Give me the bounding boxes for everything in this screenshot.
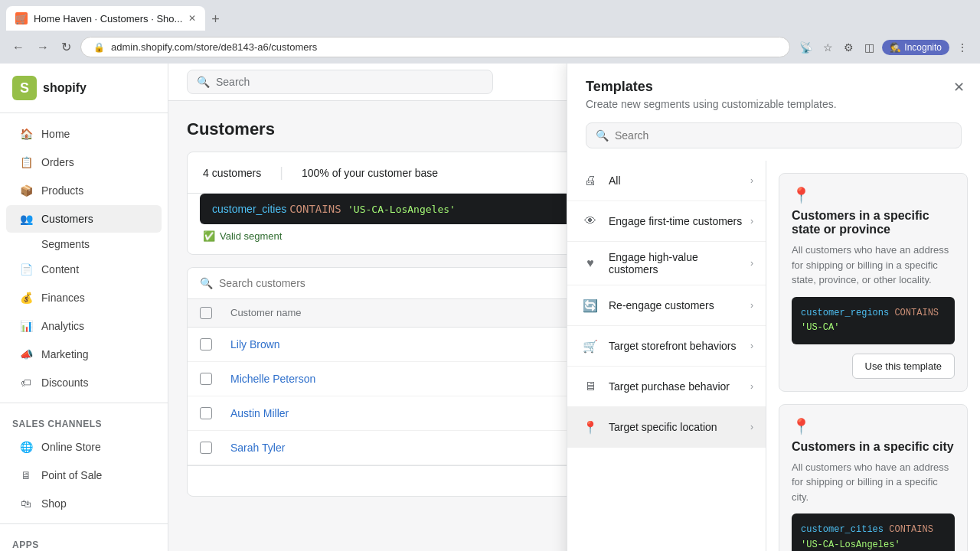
- code-val: 'US-CA-LosAngeles': [348, 204, 456, 215]
- sidebar-toggle-icon[interactable]: ◫: [861, 38, 877, 57]
- sidebar-item-home[interactable]: 🏠 Home: [6, 120, 162, 148]
- sidebar-nav: 🏠 Home 📋 Orders 📦 Products 👥 Customers S…: [0, 113, 168, 551]
- template-storefront-label: Target storefront behaviors: [609, 340, 737, 352]
- sidebar-item-finances[interactable]: 💰 Finances: [6, 284, 162, 311]
- sidebar-item-customers[interactable]: 👥 Customers: [6, 205, 162, 233]
- extensions-icon[interactable]: ⚙: [841, 38, 857, 57]
- chevron-right-icon-first-time: ›: [750, 216, 753, 227]
- online-store-icon: 🌐: [18, 439, 34, 455]
- cast-icon[interactable]: 📡: [796, 38, 815, 57]
- refresh-button[interactable]: ↻: [58, 37, 74, 57]
- sidebar-item-finances-label: Finances: [41, 292, 85, 304]
- panel-title: Templates: [586, 79, 962, 95]
- bookmark-icon[interactable]: ☆: [820, 38, 836, 57]
- sidebar-item-shop[interactable]: 🛍 Shop: [6, 490, 162, 517]
- template-item-all[interactable]: 🖨 All ›: [567, 161, 766, 201]
- incognito-icon: 🕵: [890, 42, 901, 53]
- browser-bar: ← → ↻ 🔒 admin.shopify.com/store/de8143-a…: [0, 31, 980, 64]
- sidebar-item-online-store[interactable]: 🌐 Online Store: [6, 433, 162, 461]
- panel-search: 🔍: [586, 122, 962, 148]
- sidebar-item-orders[interactable]: 📋 Orders: [6, 148, 162, 176]
- templates-body: 🖨 All › 👁 Engage first-time customers ›: [567, 161, 980, 551]
- incognito-button[interactable]: 🕵 Incognito: [882, 40, 949, 55]
- first-time-icon: 👁: [580, 210, 601, 232]
- tab-close-button[interactable]: ✕: [188, 13, 196, 24]
- sidebar-item-products-label: Products: [41, 184, 83, 197]
- sidebar-item-marketing[interactable]: 📣 Marketing: [6, 341, 162, 368]
- template-item-all-label: All: [609, 174, 621, 187]
- panel-close-button[interactable]: ✕: [950, 76, 968, 99]
- shopify-logo-icon: S: [12, 76, 37, 100]
- template-item-location[interactable]: 📍 Target specific location ›: [567, 407, 766, 448]
- code-prop: customer_cities: [212, 203, 286, 215]
- main-content: 🔍 Search Customers 4 customers | 100% of…: [168, 64, 980, 551]
- purchase-icon: 🖥: [580, 376, 601, 397]
- sidebar-item-discounts[interactable]: 🏷 Discounts: [6, 369, 162, 396]
- row-checkbox-3[interactable]: [200, 442, 230, 454]
- sidebar-subitem-segments[interactable]: Segments: [6, 233, 162, 255]
- sidebar-item-home-label: Home: [41, 128, 70, 140]
- stat-divider: |: [279, 165, 283, 181]
- more-options-button[interactable]: ⋮: [954, 38, 971, 57]
- city-desc: All customers who have an address for sh…: [792, 460, 955, 505]
- row-checkbox-1[interactable]: [200, 373, 230, 385]
- panel-subtitle: Create new segments using customizable t…: [586, 98, 962, 110]
- templates-panel: Templates Create new segments using cust…: [567, 64, 980, 551]
- marketing-icon: 📣: [18, 347, 34, 362]
- sidebar-item-content-label: Content: [41, 263, 79, 276]
- sidebar-item-marketing-label: Marketing: [41, 348, 88, 360]
- tab-favicon: 🛒: [15, 12, 28, 24]
- sidebar-item-customers-label: Customers: [41, 213, 93, 225]
- active-tab[interactable]: 🛒 Home Haven · Customers · Sho... ✕: [6, 6, 205, 31]
- sidebar-divider-2: [0, 523, 168, 524]
- row-checkbox-0[interactable]: [200, 338, 230, 350]
- search-bar[interactable]: 🔍 Search: [187, 70, 493, 94]
- city-code-prop: customer_cities: [801, 524, 884, 535]
- city-code: customer_cities CONTAINS 'US-CA-LosAngel…: [792, 514, 955, 551]
- state-province-desc: All customers who have an address for sh…: [792, 243, 955, 288]
- city-code-op: CONTAINS: [889, 524, 933, 535]
- valid-icon: ✅: [203, 230, 215, 242]
- address-bar[interactable]: 🔒 admin.shopify.com/store/de8143-a6/cust…: [80, 37, 790, 57]
- sidebar-item-analytics[interactable]: 📊 Analytics: [6, 312, 162, 340]
- location-icon: 📍: [580, 416, 601, 438]
- template-location-label: Target specific location: [609, 421, 717, 433]
- panel-search-input[interactable]: [615, 129, 952, 142]
- template-re-engage-label: Re-engage customers: [609, 299, 714, 311]
- template-item-storefront[interactable]: 🛒 Target storefront behaviors ›: [567, 326, 766, 367]
- high-value-icon: ♥: [580, 253, 601, 274]
- template-item-left-all: 🖨 All: [580, 170, 621, 191]
- customer-base-percent: 100% of your customer base: [302, 167, 438, 179]
- back-button[interactable]: ←: [9, 37, 28, 57]
- tab-title: Home Haven · Customers · Sho...: [34, 13, 182, 24]
- sidebar-item-orders-label: Orders: [41, 156, 74, 168]
- template-item-left-re-engage: 🔄 Re-engage customers: [580, 295, 714, 316]
- valid-label: Valid segment: [220, 230, 282, 242]
- template-item-purchase[interactable]: 🖥 Target purchase behavior ›: [567, 367, 766, 407]
- new-tab-button[interactable]: +: [205, 8, 226, 31]
- templates-list: 🖨 All › 👁 Engage first-time customers ›: [567, 161, 766, 551]
- checkbox-header[interactable]: [200, 307, 212, 319]
- sidebar-item-content[interactable]: 📄 Content: [6, 256, 162, 283]
- city-title: Customers in a specific city: [792, 440, 955, 454]
- template-item-re-engage[interactable]: 🔄 Re-engage customers ›: [567, 285, 766, 326]
- sidebar-item-products[interactable]: 📦 Products: [6, 177, 162, 204]
- incognito-label: Incognito: [904, 42, 942, 53]
- discounts-icon: 🏷: [18, 375, 34, 390]
- panel-search-icon: 🔍: [596, 129, 609, 142]
- template-item-left-first-time: 👁 Engage first-time customers: [580, 210, 742, 232]
- select-all-checkbox[interactable]: [200, 307, 230, 319]
- template-item-left-purchase: 🖥 Target purchase behavior: [580, 376, 730, 397]
- all-icon: 🖨: [580, 170, 601, 191]
- sidebar: S shopify 🏠 Home 📋 Orders 📦 Products 👥: [0, 64, 168, 551]
- shop-label: Shop: [41, 497, 67, 510]
- products-icon: 📦: [18, 183, 34, 198]
- template-item-high-value[interactable]: ♥ Engage high-value customers ›: [567, 242, 766, 285]
- row-checkbox-2[interactable]: [200, 407, 230, 419]
- search-customers-input[interactable]: [219, 277, 372, 289]
- state-code-prop: customer_regions: [801, 308, 889, 318]
- forward-button[interactable]: →: [34, 37, 52, 57]
- sidebar-item-pos[interactable]: 🖥 Point of Sale: [6, 461, 162, 489]
- use-template-state-button[interactable]: Use this template: [852, 354, 955, 379]
- template-item-first-time[interactable]: 👁 Engage first-time customers ›: [567, 201, 766, 242]
